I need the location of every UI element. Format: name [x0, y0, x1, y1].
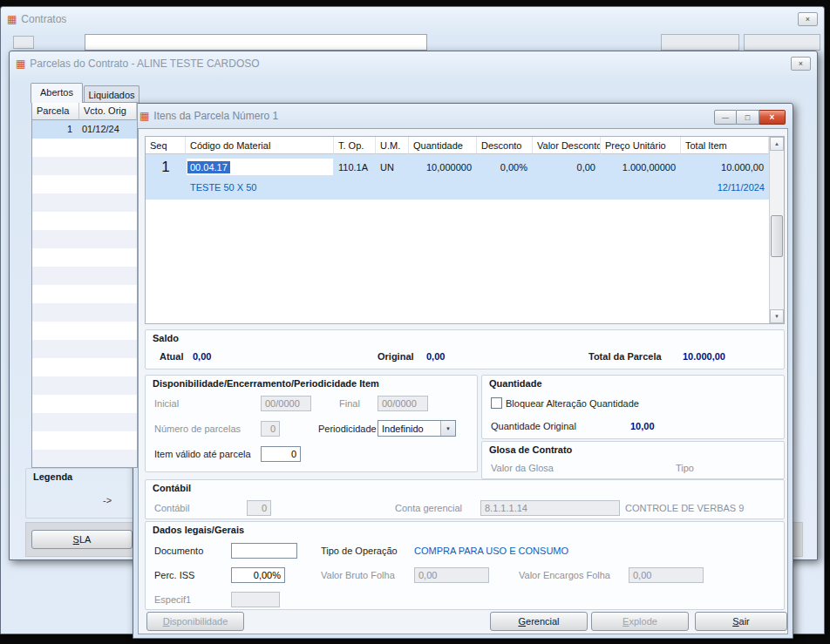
grid-col-desconto[interactable]: Desconto	[477, 137, 533, 154]
valor-bruto-value: 0,00	[418, 570, 437, 580]
grid-col-total-item[interactable]: Total Item	[681, 137, 769, 154]
contratos-close-button[interactable]: ×	[798, 12, 818, 26]
item-row-line2: TESTE 50 X 50 12/11/2024	[146, 179, 769, 200]
column-header-vcto-orig[interactable]: Vcto. Orig	[79, 103, 137, 120]
quantidade-original-value: 10,00	[630, 421, 655, 431]
gerencial-button-label: Gerencial	[518, 616, 559, 627]
quantidade-original-label: Quantidade Original	[491, 421, 576, 431]
parcela-cell: 1	[32, 120, 79, 139]
quantidade-cell: 10,000000	[409, 154, 477, 179]
contratos-titlebar[interactable]: ▦ Contratos ×	[1, 7, 824, 31]
contratos-window-title: Contratos	[21, 13, 66, 25]
periodicidade-label: Periodicidade	[318, 424, 377, 434]
explode-button-label: Explode	[622, 616, 657, 627]
documento-field[interactable]	[231, 543, 297, 559]
grid-col-codigo[interactable]: Código do Material	[186, 137, 334, 154]
grid-col-valor-desconto[interactable]: Valor Desconto	[533, 137, 601, 154]
glosa-group-title: Glosa de Contrato	[489, 444, 572, 455]
desktop: ▦ Contratos × ▦ Parcelas do Contrato - A…	[0, 0, 830, 644]
up-arrow-icon: ▲	[774, 141, 779, 146]
perc-iss-value: 0,00%	[254, 570, 281, 580]
itens-grid-row[interactable]: 1 00.04.17 110.1A UN 10,000000 0,00% 0,0…	[146, 154, 769, 200]
itens-titlebar[interactable]: ▦ Itens da Parcela Número 1	[133, 104, 793, 127]
gerencial-button[interactable]: Gerencial	[490, 612, 588, 631]
sla-button-label: SLA	[73, 534, 92, 545]
scroll-down-button[interactable]: ▼	[770, 309, 784, 323]
itens-grid-header: Seq Código do Material T. Op. U.M. Quant…	[146, 137, 769, 154]
inicial-field: 00/0000	[261, 396, 311, 411]
grid-col-quantidade[interactable]: Quantidade	[409, 137, 477, 154]
down-arrow-icon: ▼	[774, 314, 779, 319]
column-header-parcela[interactable]: Parcela	[32, 103, 79, 120]
parcelas-table-header: Parcela Vcto. Orig	[32, 103, 137, 120]
scroll-thumb[interactable]	[771, 215, 783, 257]
seq-cell-spacer	[146, 154, 186, 179]
data-cell: 12/11/2024	[718, 182, 765, 193]
saldo-section: Saldo Atual 0,00 Original 0,00 Total da …	[145, 329, 785, 369]
valor-glosa-label: Valor da Glosa	[491, 463, 554, 473]
tab-liquidados[interactable]: Liquidados	[84, 85, 139, 103]
item-valido-label: Item válido até parcela	[154, 449, 251, 459]
codigo-edit[interactable]: 00.04.17	[187, 159, 333, 175]
sla-button[interactable]: SLA	[31, 530, 133, 549]
parcelas-table-empty-rows	[32, 139, 137, 467]
grid-col-preco-unitario[interactable]: Preço Unitário	[601, 137, 681, 154]
parcelas-table-row[interactable]: 1 01/12/24	[32, 120, 137, 139]
bloquear-label: Bloquear Alteração Quantidade	[506, 398, 639, 409]
app-icon: ▦	[139, 111, 149, 121]
scroll-up-button[interactable]: ▲	[770, 137, 784, 151]
original-label: Original	[378, 351, 414, 362]
atual-label: Atual	[160, 351, 184, 362]
parcelas-close-button[interactable]: ×	[791, 57, 811, 71]
grid-scrollbar[interactable]: ▲ ▼	[769, 137, 784, 323]
parcelas-titlebar[interactable]: ▦ Parcelas do Contrato - ALINE TESTE CAR…	[10, 51, 817, 75]
total-parcela-label: Total da Parcela	[588, 351, 662, 362]
codigo-selected-text: 00.04.17	[187, 161, 230, 173]
grid-col-top[interactable]: T. Op.	[334, 137, 376, 154]
codigo-cell: 00.04.17	[186, 154, 334, 179]
tipo-operacao-label: Tipo de Operação	[321, 546, 398, 556]
conta-gerencial-desc: CONTROLE DE VERBAS 9	[625, 503, 744, 513]
itens-content: Seq Código do Material T. Op. U.M. Quant…	[138, 128, 788, 634]
sair-button[interactable]: Sair	[695, 612, 787, 631]
item-valido-field[interactable]: 0	[261, 446, 301, 462]
total-item-cell: 10.000,00	[681, 154, 769, 179]
quantidade-group-title: Quantidade	[489, 378, 542, 389]
close-icon: ×	[770, 112, 775, 122]
legenda-group: Legenda ->	[25, 468, 139, 519]
grid-col-um[interactable]: U.M.	[376, 137, 409, 154]
conta-gerencial-field: 8.1.1.1.14	[480, 500, 620, 516]
maximize-button[interactable]: □	[737, 110, 759, 125]
parcelas-window-title: Parcelas do Contrato - ALINE TESTE CARDO…	[30, 58, 259, 70]
tipo-operacao-value: COMPRA PARA USO E CONSUMO	[414, 546, 568, 556]
grid-col-seq[interactable]: Seq	[146, 137, 186, 154]
dialog-close-button[interactable]: ×	[759, 110, 786, 125]
chevron-down-icon: ▼	[440, 421, 455, 436]
original-value: 0,00	[426, 351, 445, 362]
perc-iss-field[interactable]: 0,00%	[231, 567, 285, 583]
caption-buttons: — □ ×	[714, 110, 786, 125]
descricao-cell: TESTE 50 X 50	[190, 182, 256, 193]
numero-parcelas-value: 0	[270, 424, 276, 434]
especif1-field	[231, 592, 280, 607]
app-icon: ▦	[7, 14, 17, 24]
contratos-input[interactable]	[85, 34, 427, 51]
valor-bruto-label: Valor Bruto Folha	[321, 570, 395, 580]
disponibilidade-group-title: Disponibilidade/Encerramento/Periodicida…	[153, 378, 379, 389]
contratos-field-right	[744, 34, 820, 51]
tab-abertos[interactable]: Abertos	[31, 83, 83, 103]
valor-encargos-field: 0,00	[629, 567, 704, 583]
minimize-icon: —	[722, 113, 729, 121]
item-valido-value: 0	[291, 449, 296, 459]
preco-unitario-cell: 1.000,00000	[601, 154, 681, 179]
valor-bruto-field: 0,00	[414, 567, 489, 583]
minimize-button[interactable]: —	[714, 110, 737, 125]
inicial-value: 00/0000	[265, 398, 300, 409]
um-cell: UN	[376, 154, 409, 179]
periodicidade-value: Indefinido	[378, 424, 440, 434]
bloquear-checkbox[interactable]	[491, 397, 502, 409]
periodicidade-select[interactable]: Indefinido ▼	[378, 420, 456, 437]
numero-parcelas-label: Número de parcelas	[154, 424, 241, 434]
dados-group-title: Dados legais/Gerais	[153, 525, 244, 535]
valor-encargos-label: Valor Encargos Folha	[519, 570, 610, 580]
